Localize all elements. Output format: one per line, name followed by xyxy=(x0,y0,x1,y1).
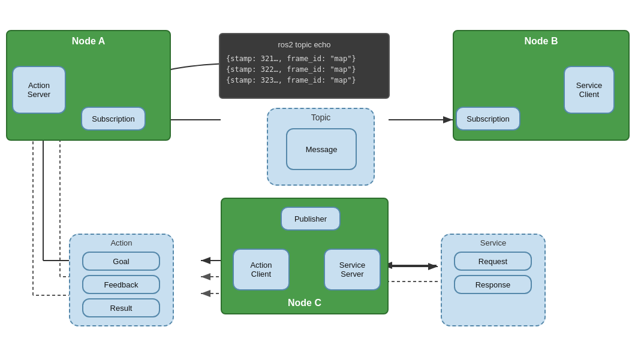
topic-label: Topic xyxy=(268,113,374,122)
terminal-line-1: {stamp: 321…, frame_id: "map"} xyxy=(226,53,383,64)
publisher-box: Publisher xyxy=(281,207,341,231)
terminal-title: ros2 topic echo xyxy=(226,39,383,51)
terminal-line-2: {stamp: 322…, frame_id: "map"} xyxy=(226,64,383,75)
node-a-label: Node A xyxy=(7,36,170,47)
response-box: Response xyxy=(454,275,532,294)
subscription-b-box: Subscription xyxy=(456,107,520,131)
feedback-label: Feedback xyxy=(104,280,138,289)
service-server-box: Service Server xyxy=(324,249,381,290)
action-client-box: Action Client xyxy=(233,249,290,290)
response-label: Response xyxy=(476,280,511,289)
service-server-label: Service Server xyxy=(339,261,365,279)
feedback-box: Feedback xyxy=(82,275,160,294)
subscription-a-box: Subscription xyxy=(81,107,146,131)
publisher-label: Publisher xyxy=(294,214,327,223)
result-label: Result xyxy=(110,304,133,313)
service-container-label: Service xyxy=(442,238,544,247)
topic-container: Topic Message xyxy=(267,108,375,186)
service-client-label: Service Client xyxy=(576,81,602,99)
subscription-b-label: Subscription xyxy=(467,114,510,123)
action-container: Action Goal Feedback Result xyxy=(69,234,174,326)
node-b-label: Node B xyxy=(454,36,628,47)
diagram-container: Node A Node B Node C ros2 topic echo {st… xyxy=(0,0,644,339)
action-server-label: Action Server xyxy=(28,81,50,99)
message-box: Message xyxy=(286,128,357,170)
goal-box: Goal xyxy=(82,252,160,271)
action-server-box: Action Server xyxy=(12,66,66,114)
message-label: Message xyxy=(306,145,338,154)
result-box: Result xyxy=(82,298,160,317)
request-label: Request xyxy=(479,257,507,266)
request-box: Request xyxy=(454,252,532,271)
goal-label: Goal xyxy=(113,257,129,266)
service-container: Service Request Response xyxy=(441,234,546,326)
action-client-label: Action Client xyxy=(250,261,272,279)
service-client-box: Service Client xyxy=(564,66,615,114)
action-container-label: Action xyxy=(70,238,173,247)
subscription-a-label: Subscription xyxy=(92,114,135,123)
terminal-box: ros2 topic echo {stamp: 321…, frame_id: … xyxy=(219,33,390,99)
terminal-line-3: {stamp: 323…, frame_id: "map"} xyxy=(226,75,383,86)
node-c-label: Node C xyxy=(222,298,387,308)
